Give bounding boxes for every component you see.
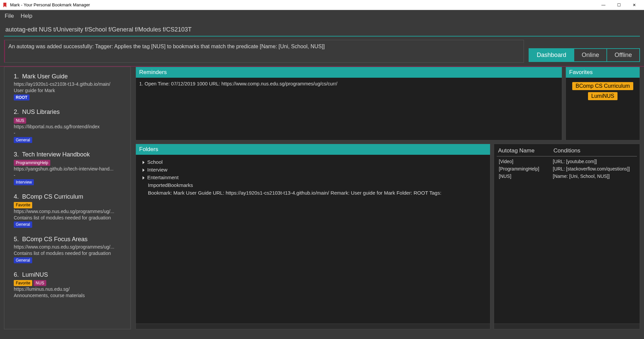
folders-body[interactable]: SchoolInterviewEntertainmentImportedBook… [136,155,490,324]
folders-hscroll[interactable] [136,324,490,329]
autotag-header-row: Autotag Name Conditions [494,144,640,156]
caret-right-icon [143,161,145,164]
close-button[interactable]: ✕ [627,0,642,10]
bookmark-item[interactable]: 1. Mark User Guidehttps://ay1920s1-cs210… [4,69,130,105]
autotag-panel: Autotag Name Conditions [Video][URL: [yo… [494,144,640,329]
badge-proghelp: ProgrammingHelp [14,160,50,166]
menubar: File Help [0,10,644,22]
badge-general: General [14,137,32,143]
autotag-condition: [Name: [Uni, School, NUS]] [553,174,636,179]
favorites-panel: Favorites BComp CS CurriculumLumiNUS [566,67,640,140]
favorites-header: Favorites [566,67,640,78]
bookmark-item[interactable]: 5. BComp CS Focus Areashttps://www.comp.… [4,232,130,267]
folder-label: Entertainment [147,175,178,180]
autotag-name: [NUS] [497,174,553,179]
reminders-panel: Reminders 1. Open Time: 07/12/2019 1000 … [136,67,562,140]
reminders-header: Reminders [136,67,562,78]
minimize-button[interactable]: — [596,0,611,10]
folder-label: School [147,159,163,165]
folders-panel: Folders SchoolInterviewEntertainmentImpo… [136,144,490,329]
tab-offline[interactable]: Offline [607,48,640,62]
folder-label: Interview [147,167,167,173]
folder-label: ImportedBookmarks [148,182,193,188]
bookmark-item[interactable]: 3. Tech Interview HandbookProgrammingHel… [4,147,130,189]
bookmark-item[interactable]: 4. BComp CS CurriculumFavoritehttps://ww… [4,189,130,231]
titlebar: Mark - Your Personal Bookmark Manager — … [0,0,644,10]
status-text: An autotag was added successfully: Tagge… [8,44,325,49]
caret-right-icon [143,168,145,172]
command-input[interactable] [4,23,640,37]
status-message: An autotag was added successfully: Tagge… [4,40,524,63]
folders-header: Folders [136,144,490,155]
folder-tree-item[interactable]: Interview [139,166,487,174]
badge-interview: Interview [14,179,34,185]
badge-root: ROOT [14,94,30,100]
folder-tree-item[interactable]: ImportedBookmarks [139,181,487,189]
folder-tree-item[interactable]: Entertainment [139,174,487,181]
app-icon [2,2,8,8]
tab-online[interactable]: Online [574,48,607,62]
autotag-hscroll[interactable] [494,324,640,329]
favorites-body[interactable]: BComp CS CurriculumLumiNUS [566,78,640,140]
autotag-header-cond: Conditions [552,145,637,156]
folder-tree-item[interactable]: Bookmark: Mark User Guide URL: https://a… [139,189,487,197]
autotag-row[interactable]: [ProgrammingHelp][URL: [stackoverflow.co… [497,165,636,173]
maximize-button[interactable]: ☐ [611,0,627,10]
favorite-chip[interactable]: BComp CS Curriculum [572,82,633,90]
badge-favorite: Favorite [14,280,32,286]
reminders-body[interactable]: 1. Open Time: 07/12/2019 1000 URL: https… [136,78,562,140]
autotag-condition: [URL: [youtube.com]] [553,159,636,164]
window-title: Mark - Your Personal Bookmark Manager [10,2,90,7]
caret-right-icon [143,176,145,180]
bookmark-item[interactable]: 2. NUS LibrariesNUShttps://libportal.nus… [4,105,130,147]
folder-tree-item[interactable]: School [139,158,487,166]
autotag-header-name: Autotag Name [497,145,552,156]
autotag-row[interactable]: [Video][URL: [youtube.com]] [497,158,636,165]
tab-bar: Dashboard Online Offline [529,40,640,63]
badge-favorite: Favorite [14,202,32,208]
badge-general: General [14,257,32,263]
menu-file[interactable]: File [5,13,14,19]
tab-dashboard[interactable]: Dashboard [529,48,574,62]
autotag-name: [Video] [497,159,553,164]
autotag-row[interactable]: [NUS][Name: [Uni, School, NUS]] [497,173,636,180]
autotag-body[interactable]: [Video][URL: [youtube.com]][ProgrammingH… [494,156,640,324]
bookmark-item[interactable]: 6. LumiNUSFavoriteNUShttps://luminus.nus… [4,267,130,303]
favorite-chip[interactable]: LumiNUS [588,92,618,100]
folder-label: Bookmark: Mark User Guide URL: https://a… [148,190,441,196]
badge-general: General [14,221,32,227]
menu-help[interactable]: Help [20,13,32,19]
badge-nus: NUS [34,280,46,286]
badge-nus: NUS [14,118,26,124]
bookmark-list[interactable]: 1. Mark User Guidehttps://ay1920s1-cs210… [4,67,131,329]
autotag-name: [ProgrammingHelp] [497,166,553,172]
autotag-condition: [URL: [stackoverflow.com/questions]] [553,166,636,172]
reminder-item: 1. Open Time: 07/12/2019 1000 URL: https… [139,81,558,86]
